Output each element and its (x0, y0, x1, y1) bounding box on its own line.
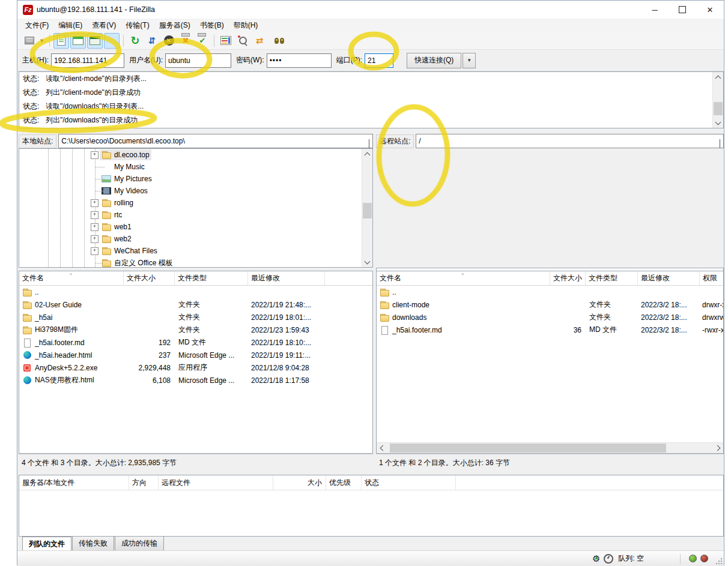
close-button[interactable]: ✕ (696, 1, 724, 19)
menu-item-4[interactable]: 传输(T) (121, 19, 153, 32)
local-tree-item[interactable]: +web1 (19, 221, 372, 233)
file-row[interactable]: _h5ai.footer.md36MD 文件2022/3/2 18:...-rw… (377, 324, 723, 336)
queue-settings-gear-icon[interactable]: ⚙ (592, 553, 600, 564)
local-tree-item[interactable]: +dl.ecoo.top (19, 149, 372, 161)
host-input[interactable] (51, 53, 124, 68)
reconnect-button[interactable]: ✔ (195, 33, 210, 49)
queue-column-header-5[interactable]: 优先级 (326, 475, 362, 490)
tree-item-cell[interactable]: My Music (100, 161, 147, 172)
scroll-thumb[interactable] (363, 203, 372, 218)
quickconnect-button[interactable]: 快速连接(Q) (407, 53, 461, 68)
port-input[interactable] (365, 53, 393, 68)
chevron-down-icon[interactable] (369, 139, 369, 148)
queue-column-header-4[interactable]: 大小 (273, 475, 326, 490)
column-header-3[interactable]: 文件类型 (586, 271, 638, 285)
tab-3[interactable]: 成功的传输 (115, 537, 164, 551)
file-row[interactable]: _h5ai.footer.md192MD 文件2022/1/19 18:10:.… (19, 336, 372, 349)
queue-column-header-6[interactable]: 状态 (362, 475, 456, 490)
menu-item-2[interactable]: 编辑(E) (54, 19, 86, 32)
scroll-thumb[interactable] (390, 444, 666, 453)
quickconnect-dropdown-button[interactable]: ▼ (463, 53, 476, 68)
tab-1[interactable]: 列队的文件 (22, 537, 71, 552)
column-header-4[interactable]: 最近修改 (638, 271, 700, 285)
log-scrollbar[interactable] (712, 72, 723, 128)
column-header-2[interactable]: 文件大小 (550, 271, 586, 285)
minimize-button[interactable]: ─ (641, 1, 669, 19)
menu-item-5[interactable]: 服务器(S) (155, 19, 195, 32)
column-header-4[interactable]: 最近修改 (248, 271, 325, 285)
username-input[interactable] (165, 53, 231, 68)
tab-2[interactable]: 传输失败 (72, 537, 114, 551)
scroll-thumb[interactable] (714, 102, 723, 115)
queue-column-header-1[interactable]: 服务器/本地文件 (19, 475, 129, 490)
remote-site-combobox[interactable]: / (416, 134, 724, 148)
process-queue-button[interactable]: ⇵ (144, 33, 160, 49)
find-files-button[interactable] (268, 33, 284, 49)
tree-item-cell[interactable]: web1 (100, 221, 133, 232)
menu-item-7[interactable]: 帮助(H) (229, 19, 262, 32)
transfer-queue-toggle-button[interactable] (104, 33, 120, 49)
local-tree-item[interactable]: +rtc (19, 209, 372, 221)
tree-item-cell[interactable]: dl.ecoo.top (100, 149, 151, 160)
column-header-5[interactable]: 权限 (700, 271, 724, 285)
scroll-up-arrow[interactable] (362, 149, 372, 159)
local-tree-scrollbar[interactable] (362, 149, 372, 267)
local-tree-item[interactable]: +rolling (19, 197, 372, 209)
scroll-up-arrow[interactable] (713, 72, 723, 82)
cancel-button[interactable]: ✕ (161, 33, 177, 49)
directory-comparison-button[interactable] (218, 33, 234, 49)
file-row[interactable]: .. (19, 286, 372, 298)
local-tree-item[interactable]: 自定义 Office 模板 (19, 257, 372, 268)
site-manager-dropdown-arrow[interactable]: ▼ (38, 34, 46, 48)
synchronized-browsing-button[interactable]: ⇄ (252, 33, 267, 49)
menu-item-6[interactable]: 书签(B) (196, 19, 228, 32)
file-row[interactable]: client-mode文件夹2022/3/2 18:...drwxr-xr-x (377, 298, 723, 311)
column-header-3[interactable]: 文件类型 (175, 271, 248, 285)
file-row[interactable]: AnyDesk+5.2.2.exe2,929,448应用程序2021/12/8 … (19, 361, 372, 374)
remote-list-hscrollbar[interactable] (377, 442, 723, 453)
local-tree-item[interactable]: +web2 (19, 233, 372, 245)
file-row[interactable]: Hi3798M固件文件夹2022/1/23 1:59:43 (19, 324, 372, 336)
message-log-toggle-button[interactable] (53, 33, 69, 49)
tree-item-cell[interactable]: web2 (100, 233, 133, 244)
expand-plus-icon[interactable]: + (91, 199, 99, 207)
local-site-combobox[interactable]: C:\Users\ecoo\Documents\dl.ecoo.top\ (58, 134, 373, 148)
menu-item-1[interactable]: 文件(F) (21, 19, 53, 32)
scroll-right-arrow[interactable] (713, 443, 723, 453)
site-manager-button[interactable] (22, 33, 37, 49)
queue-column-header-3[interactable]: 远程文件 (159, 475, 273, 490)
local-tree-toggle-button[interactable] (70, 33, 86, 49)
local-tree-item[interactable]: +WeChat Files (19, 245, 372, 257)
queue-column-header-2[interactable]: 方向 (129, 475, 159, 490)
tree-item-cell[interactable]: My Pictures (100, 173, 154, 184)
maximize-button[interactable] (669, 1, 696, 19)
scroll-down-arrow[interactable] (713, 118, 723, 128)
password-input[interactable] (267, 53, 332, 68)
expand-plus-icon[interactable]: + (91, 151, 99, 159)
local-tree-item[interactable]: My Music (19, 161, 372, 173)
file-row[interactable]: _h5ai.header.html237Microsoft Edge ...20… (19, 349, 372, 361)
column-header-2[interactable]: 文件大小 (124, 271, 175, 285)
expand-plus-icon[interactable]: + (91, 211, 99, 219)
remote-tree-toggle-button[interactable] (87, 33, 103, 49)
expand-plus-icon[interactable]: + (91, 247, 99, 255)
disconnect-button[interactable]: ✖ (178, 33, 193, 49)
file-row[interactable]: downloads文件夹2022/3/2 18:...drwxrwxrwx (377, 311, 723, 324)
expand-plus-icon[interactable]: + (91, 223, 99, 231)
menu-item-3[interactable]: 查看(V) (88, 19, 120, 32)
tree-item-cell[interactable]: My Videos (100, 185, 150, 196)
scroll-down-arrow[interactable] (362, 257, 372, 267)
tree-item-cell[interactable]: rtc (100, 209, 124, 220)
speed-limit-gauge-icon[interactable] (604, 554, 613, 564)
local-tree-item[interactable]: My Videos (19, 185, 372, 197)
refresh-button[interactable]: ↻ (127, 33, 143, 49)
tree-item-cell[interactable]: 自定义 Office 模板 (100, 257, 175, 268)
file-row[interactable]: _h5ai文件夹2022/1/19 18:01:... (19, 311, 372, 324)
filter-button[interactable] (235, 33, 250, 49)
chevron-down-icon[interactable] (720, 139, 720, 148)
file-row[interactable]: NAS使用教程.html6,108Microsoft Edge ...2022/… (19, 374, 372, 387)
file-row[interactable]: 02-User Guide文件夹2022/1/19 21:48:... (19, 298, 372, 311)
scroll-left-arrow[interactable] (377, 443, 387, 453)
expand-plus-icon[interactable]: + (91, 235, 99, 243)
tree-item-cell[interactable]: WeChat Files (100, 245, 159, 256)
